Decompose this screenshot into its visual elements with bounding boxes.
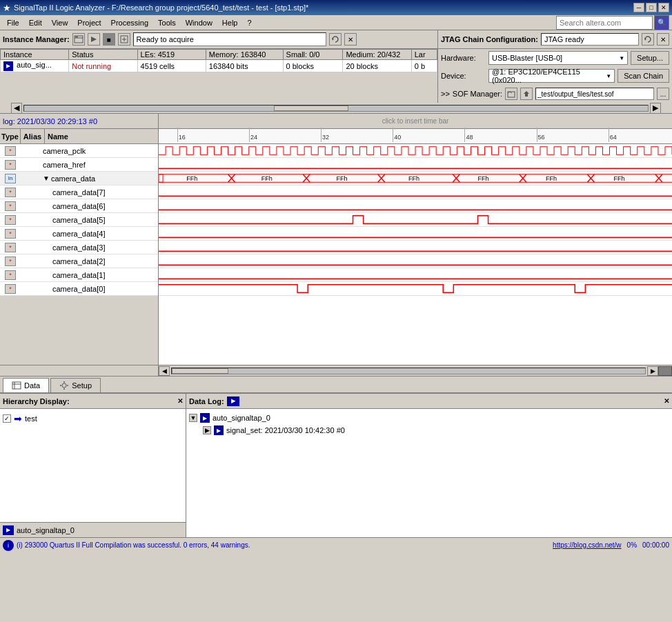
expand-signaltap-btn[interactable]: ▼ [189, 414, 197, 422]
datalog-header: Data Log: ▶ ✕ [186, 394, 672, 409]
jtag-config-label: JTAG Chain Configuration: [441, 35, 538, 43]
log-text: log: 2021/03/30 20:29:13 #0 [0, 114, 159, 128]
sof-more-btn[interactable]: ... [657, 88, 669, 100]
status-info-icon: i [3, 540, 14, 551]
col-memory: Memory: 163840 [206, 50, 283, 60]
hardware-dropdown[interactable]: USB-Blaster [USB-0] ▼ [488, 51, 628, 65]
hscroll-right-btn[interactable]: ▶ [650, 103, 661, 114]
time-hint[interactable]: click to insert time bar [159, 114, 672, 128]
status-time: 00:00:00 [642, 541, 669, 549]
menu-tools[interactable]: Tools [154, 17, 180, 28]
wave-hscroll-track-area: ◀ ▶ [159, 365, 672, 376]
inst-refresh-btn[interactable] [329, 33, 342, 46]
name-d3: camera_data[3] [41, 243, 158, 252]
test-checkbox[interactable]: ✓ [3, 414, 11, 423]
sof-manager-label: SOF Manager: [453, 90, 502, 98]
datalog-item-signaltap: ▼ ▶ auto_signaltap_0 [189, 412, 669, 424]
tab-data[interactable]: Data [3, 378, 49, 392]
status-bar: i (i) 293000 Quartus II Full Compilation… [0, 537, 672, 552]
row-large: 0 b [411, 60, 437, 72]
wave-hscroll-spacer [0, 365, 159, 376]
table-row: ▶ auto_sig... Not running 4519 cells 163… [1, 60, 437, 72]
col-small: Small: 0/0 [283, 50, 343, 60]
hierarchy-item-test[interactable]: ✓ ➡ test [3, 412, 183, 425]
tab-setup[interactable]: Setup [50, 378, 101, 392]
hscroll-left-btn[interactable]: ◀ [11, 103, 22, 114]
wave-scroll-thumb[interactable] [172, 368, 228, 374]
wave-scroll-track[interactable] [171, 368, 646, 374]
wave-scroll-right[interactable]: ▶ [647, 366, 658, 376]
menu-question[interactable]: ? [243, 17, 255, 28]
datalog-close-btn[interactable]: ✕ [664, 397, 669, 405]
search-input[interactable] [556, 16, 653, 30]
close-button[interactable]: ✕ [658, 3, 669, 12]
svg-point-2 [75, 37, 77, 38]
app-icon: ★ [3, 3, 11, 13]
sof-row: >> SOF Manager: _test/output_files/test.… [438, 85, 672, 103]
wave-d3 [159, 241, 672, 254]
menu-help[interactable]: Help [218, 17, 242, 28]
title-bar-controls: ─ □ ✕ [633, 3, 669, 12]
datalog-icon[interactable]: ▶ [227, 397, 239, 406]
name-d0: camera_data[0] [41, 285, 158, 293]
jtag-status: JTAG ready [541, 33, 639, 46]
type-icon-d4: * [0, 229, 21, 239]
col-large: Lar [411, 50, 437, 60]
col-status: Status [69, 50, 137, 60]
menu-edit[interactable]: Edit [25, 17, 46, 28]
menu-view[interactable]: View [48, 17, 72, 28]
inst-btn-2[interactable] [88, 33, 100, 46]
scan-chain-button[interactable]: Scan Chain [617, 69, 669, 83]
inst-btn-1[interactable] [72, 33, 85, 46]
hscroll-track[interactable] [23, 105, 649, 112]
type-icon-pclk: * [0, 146, 21, 156]
inst-btn-3[interactable]: ■ [103, 33, 115, 46]
main-content: log: 2021/03/30 20:29:13 #0 click to ins… [0, 114, 672, 376]
hierarchy-panel: Hierarchy Display: ✕ ✓ ➡ test ▶ auto_sig… [0, 394, 186, 537]
node-header: Type Alias Name [0, 129, 159, 143]
wave-scroll-left[interactable]: ◀ [159, 366, 170, 376]
menu-project[interactable]: Project [73, 17, 105, 28]
search-button[interactable]: 🔍 [654, 15, 669, 30]
maximize-button[interactable]: □ [646, 3, 657, 12]
svg-text:FFh: FFh [336, 176, 347, 183]
sof-browse-btn[interactable] [505, 88, 517, 100]
tree-arrow-icon: ➡ [14, 413, 22, 424]
ruler-mark-40: 40 [393, 128, 401, 142]
menu-file[interactable]: File [3, 17, 23, 28]
svg-marker-4 [91, 37, 97, 42]
signal-row-d3: * camera_data[3] [0, 241, 158, 254]
minimize-button[interactable]: ─ [633, 3, 644, 12]
expand-signalset-btn[interactable]: ▶ [203, 426, 211, 434]
expand-icon-data[interactable]: ▼ [43, 174, 50, 182]
menu-processing[interactable]: Processing [107, 17, 152, 28]
waveform-empty-area [159, 296, 672, 351]
inst-btn-4[interactable] [118, 33, 130, 46]
hierarchy-close-btn[interactable]: ✕ [177, 397, 183, 405]
device-dropdown[interactable]: @1: EP3C120/EP4CE115 (0x020... ▼ [488, 69, 615, 83]
setup-button[interactable]: Setup... [631, 51, 669, 65]
bottom-instance-bar: ▶ auto_signaltap_0 [0, 522, 186, 537]
hscroll-thumb[interactable] [274, 106, 348, 111]
jtag-refresh-btn[interactable] [642, 33, 654, 46]
data-tab-icon [12, 381, 21, 390]
sof-path: _test/output_files/test.sof [535, 88, 654, 100]
row-small: 0 blocks [283, 60, 343, 72]
datalog-item-signalset: ▶ ▶ signal_set: 2021/03/30 10:42:30 #0 [189, 424, 669, 437]
search-box: 🔍 [556, 15, 669, 30]
col-medium: Medium: 20/432 [343, 50, 411, 60]
wave-href [159, 158, 672, 172]
ruler: 16 24 32 40 48 56 64 [159, 129, 672, 143]
row-status: Not running [69, 60, 137, 72]
inst-close-btn[interactable]: ✕ [344, 33, 357, 46]
signal-row-d7: * camera_data[7] [0, 185, 158, 199]
hscroll-bar: ◀ ▶ [0, 103, 672, 114]
ruler-mark-48: 48 [464, 128, 473, 142]
bottom-area: Hierarchy Display: ✕ ✓ ➡ test ▶ auto_sig… [0, 392, 672, 537]
signal-row-d4: * camera_data[4] [0, 227, 158, 241]
wave-d0 [159, 282, 672, 296]
jtag-close-btn[interactable]: ✕ [657, 33, 669, 46]
status-link[interactable]: https://blog.csdn.net/w [553, 541, 622, 549]
sof-upload-btn[interactable] [520, 88, 533, 100]
menu-window[interactable]: Window [181, 17, 217, 28]
